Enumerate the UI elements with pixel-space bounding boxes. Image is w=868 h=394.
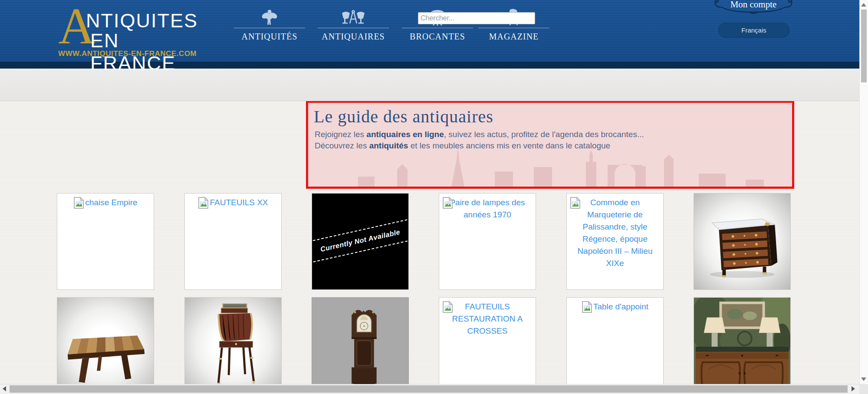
compass-chairs-icon xyxy=(313,9,393,26)
product-card-cylinder-desk-photo[interactable] xyxy=(184,297,282,394)
scroll-down-icon[interactable] xyxy=(861,378,866,381)
logo-url: WWW.ANTIQUITES-EN-FRANCE.COM xyxy=(58,49,197,58)
product-alt-text: Paire de lampes des années 1970 xyxy=(450,198,525,219)
product-card-grandfather-clock-photo[interactable] xyxy=(312,297,409,394)
commode-photo xyxy=(694,194,790,289)
vertical-scrollbar-thumb[interactable] xyxy=(861,10,867,82)
nav-underline xyxy=(318,28,389,28)
scroll-right-icon[interactable] xyxy=(852,386,855,391)
cylinder-desk-photo xyxy=(185,298,281,394)
search-input[interactable] xyxy=(418,12,535,24)
guide-title: Le guide des antiquaires xyxy=(314,106,493,127)
broken-image-icon xyxy=(73,197,85,209)
guide-banner[interactable]: Le guide des antiquaires Rejoignez les a… xyxy=(306,101,794,189)
nav-underline xyxy=(402,28,473,28)
nav-underline xyxy=(478,28,549,28)
cherub-icon xyxy=(230,9,309,26)
nav-antiquaires-label: ANTIQUAIRES xyxy=(313,32,393,42)
product-card-plank-table-photo[interactable] xyxy=(57,297,154,394)
nav-antiquaires[interactable]: ANTIQUAIRES xyxy=(313,9,393,48)
broken-image-icon xyxy=(582,301,593,313)
grandfather-clock-photo xyxy=(312,298,408,394)
nav-magazine-label: MAGAZINE xyxy=(474,32,554,42)
product-alt-text: Table d'appoint xyxy=(593,301,648,313)
buffet-lamps-photo xyxy=(694,298,790,394)
antiquites-en-france-homepage: A NTIQUITES EN FRANCE WWW.ANTIQUITES-EN-… xyxy=(0,0,868,394)
unavailable-band: Currently Not Available xyxy=(312,217,409,264)
site-logo[interactable]: A NTIQUITES EN FRANCE WWW.ANTIQUITES-EN-… xyxy=(58,7,201,58)
broken-image-icon xyxy=(442,197,454,209)
product-alt-text: FAUTEUILS RESTAURATION A CROSSES xyxy=(452,302,523,335)
product-alt-text: Commode en Marqueterie de Palissandre, s… xyxy=(577,198,652,268)
language-button[interactable]: Français xyxy=(718,23,789,38)
scroll-up-icon[interactable] xyxy=(861,3,866,7)
product-card-chaise-empire[interactable]: chaise Empire xyxy=(57,193,154,290)
broken-image-icon xyxy=(570,197,581,209)
account-label: Mon compte xyxy=(707,0,799,10)
unavailable-text: Currently Not Available xyxy=(312,224,409,257)
guide-text-line2: Découvrez les antiquités et les meubles … xyxy=(315,141,610,151)
nav-underline xyxy=(234,28,305,28)
logo-line1: NTIQUITES xyxy=(86,10,198,32)
product-card-fauteuils-restauration[interactable]: FAUTEUILS RESTAURATION A CROSSES xyxy=(439,297,536,394)
account-button[interactable]: Mon compte xyxy=(707,0,799,20)
product-alt-text: FAUTEUILS XX xyxy=(210,197,268,209)
horizontal-scrollbar-thumb[interactable] xyxy=(10,385,848,393)
product-card-commode-marqueterie[interactable]: Commode en Marqueterie de Palissandre, s… xyxy=(566,193,664,290)
scroll-left-icon[interactable] xyxy=(3,386,6,391)
nav-antiquites[interactable]: ANTIQUITÉS xyxy=(230,9,309,48)
nav-antiquites-label: ANTIQUITÉS xyxy=(230,32,309,42)
plank-table-photo xyxy=(57,298,154,394)
scrollbar-corner xyxy=(859,384,868,394)
product-card-paire-de-lampes[interactable]: Paire de lampes des années 1970 xyxy=(439,193,536,290)
broken-image-icon xyxy=(198,197,209,209)
language-label: Français xyxy=(741,26,766,34)
guide-text-line1: Rejoignez les antiquaires en ligne, suiv… xyxy=(315,130,644,139)
product-card-commode-photo[interactable] xyxy=(694,193,791,290)
broken-image-icon xyxy=(442,301,454,313)
product-card-table-dappoint[interactable]: Table d'appoint xyxy=(566,297,664,394)
product-alt-text: chaise Empire xyxy=(85,197,137,209)
product-card-buffet-photo[interactable] xyxy=(694,297,791,394)
nav-brocantes-label: BROCANTES xyxy=(398,32,477,42)
product-card-fauteuils-xx[interactable]: FAUTEUILS XX xyxy=(184,193,282,290)
product-card-unavailable[interactable]: Currently Not Available xyxy=(312,193,409,290)
